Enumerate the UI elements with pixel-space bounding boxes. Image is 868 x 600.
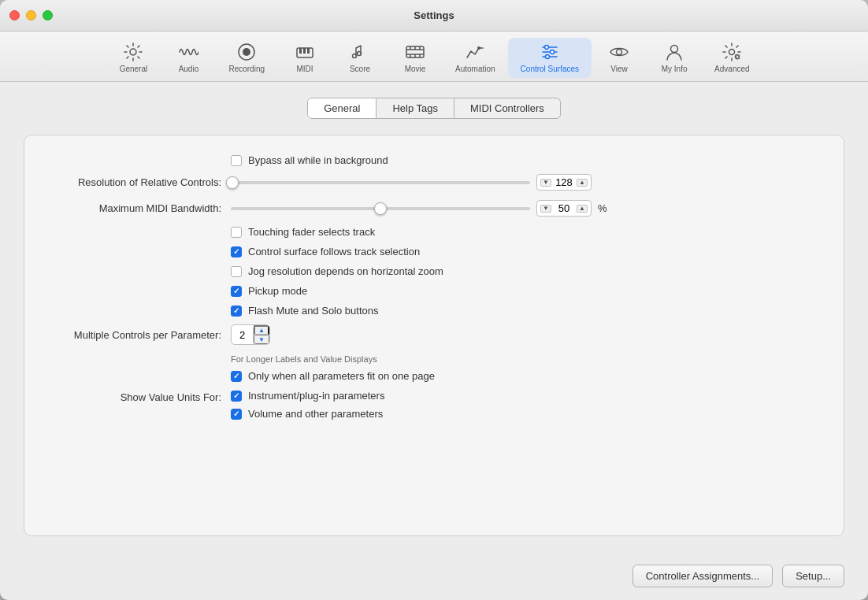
toolbar-label-audio: Audio: [179, 65, 199, 73]
toolbar-item-recording[interactable]: Recording: [216, 38, 277, 78]
score-icon: [349, 41, 371, 63]
only-when-fit-label: Only when all parameters fit on one page: [248, 370, 435, 382]
resolution-up-btn[interactable]: ▲: [577, 179, 588, 187]
sliders-icon: [539, 41, 561, 63]
resolution-control: ▼ 128 ▲: [231, 174, 592, 191]
volume-params-checkbox[interactable]: [231, 409, 242, 420]
bypass-all-label: Bypass all while in background: [248, 154, 388, 166]
controller-assignments-button[interactable]: Controller Assignments...: [632, 565, 773, 587]
resolution-value: 128: [553, 176, 575, 188]
tab-midi-controllers[interactable]: MIDI Controllers: [454, 98, 560, 118]
multiple-controls-control: 2 ▲ ▼: [231, 324, 270, 345]
multiple-controls-down-btn[interactable]: ▼: [254, 335, 269, 344]
close-button[interactable]: [9, 10, 20, 20]
jog-resolution-checkbox[interactable]: [231, 266, 242, 277]
bypass-all-row: Bypass all while in background: [231, 154, 820, 166]
follows-track-checkbox[interactable]: [231, 246, 242, 257]
show-value-units-label: Show Value Units For:: [48, 390, 221, 403]
setup-button[interactable]: Setup...: [782, 565, 844, 587]
toolbar: General Audio Recordi: [0, 31, 868, 82]
resolution-stepper: ▼: [540, 179, 551, 187]
toolbar-label-midi: MIDI: [296, 65, 313, 73]
flash-mute-checkbox[interactable]: [231, 306, 242, 317]
resolution-value-box: ▼ 128 ▲: [536, 174, 592, 191]
multiple-controls-arrows: ▲ ▼: [254, 325, 269, 344]
touching-fader-checkbox[interactable]: [231, 227, 242, 238]
movie-icon: [404, 41, 426, 63]
tab-help-tags[interactable]: Help Tags: [377, 98, 454, 118]
toolbar-label-movie: Movie: [405, 65, 426, 73]
maximize-button[interactable]: [43, 10, 53, 20]
volume-params-row: Volume and other parameters: [231, 408, 384, 420]
pickup-mode-row: Pickup mode: [231, 285, 820, 297]
svg-rect-5: [303, 48, 306, 54]
person-icon: [663, 41, 685, 63]
follows-track-label: Control surface follows track selection: [248, 246, 420, 257]
touching-fader-row: Touching fader selects track: [231, 226, 820, 238]
toolbar-item-audio[interactable]: Audio: [161, 38, 216, 78]
midi-bw-stepper-up: ▲: [577, 205, 588, 213]
instrument-params-checkbox[interactable]: [231, 391, 242, 402]
pickup-mode-checkbox[interactable]: [231, 286, 242, 297]
midi-bandwidth-row: Maximum MIDI Bandwidth: ▼ 50 ▲ %: [48, 200, 820, 217]
midi-icon: [294, 41, 316, 63]
midi-bandwidth-control: ▼ 50 ▲ %: [231, 200, 607, 217]
waveform-icon: [177, 41, 199, 63]
toolbar-label-control-surfaces: Control Surfaces: [521, 65, 579, 73]
toolbar-label-view: View: [610, 65, 628, 73]
svg-point-27: [729, 50, 735, 55]
tab-general[interactable]: General: [308, 98, 377, 118]
jog-resolution-label: Jog resolution depends on horizontal zoo…: [248, 265, 443, 277]
svg-point-23: [550, 50, 554, 54]
multiple-controls-up-btn[interactable]: ▲: [254, 325, 269, 335]
multiple-controls-value: 2: [232, 328, 254, 343]
toolbar-label-my-info: My Info: [662, 65, 688, 73]
resolution-label: Resolution of Relative Controls:: [48, 176, 221, 188]
toolbar-item-my-info[interactable]: My Info: [647, 38, 702, 78]
svg-point-18: [477, 46, 480, 50]
show-value-units-row: Show Value Units For: Instrument/plug-in…: [48, 390, 820, 420]
toolbar-item-midi[interactable]: MIDI: [277, 38, 332, 78]
pickup-mode-label: Pickup mode: [248, 285, 307, 297]
svg-point-8: [358, 52, 362, 56]
midi-bandwidth-thumb[interactable]: [374, 202, 387, 215]
midi-bandwidth-value-box: ▼ 50 ▲: [536, 200, 592, 217]
toolbar-item-score[interactable]: Score: [332, 38, 388, 78]
touching-fader-label: Touching fader selects track: [248, 226, 375, 238]
midi-bandwidth-label: Maximum MIDI Bandwidth:: [48, 202, 221, 214]
midi-bandwidth-slider[interactable]: [231, 207, 530, 210]
midi-bw-down-btn[interactable]: ▼: [540, 205, 551, 213]
midi-bw-up-btn[interactable]: ▲: [577, 205, 588, 213]
follows-track-row: Control surface follows track selection: [231, 246, 820, 257]
flash-mute-label: Flash Mute and Solo buttons: [248, 305, 379, 317]
only-when-fit-checkbox[interactable]: [231, 371, 242, 382]
toolbar-item-automation[interactable]: Automation: [443, 38, 508, 78]
toolbar-item-view[interactable]: View: [592, 38, 647, 78]
svg-point-7: [353, 54, 357, 58]
toolbar-item-movie[interactable]: Movie: [388, 38, 443, 78]
record-icon: [236, 41, 258, 63]
toolbar-item-control-surfaces[interactable]: Control Surfaces: [508, 38, 592, 78]
jog-resolution-row: Jog resolution depends on horizontal zoo…: [231, 265, 820, 277]
instrument-params-row: Instrument/plug-in parameters: [231, 390, 384, 402]
subtab-group: General Help Tags MIDI Controllers: [307, 98, 561, 119]
resolution-thumb[interactable]: [226, 176, 239, 189]
svg-point-26: [671, 46, 678, 53]
minimize-button[interactable]: [26, 10, 36, 20]
eye-icon: [608, 41, 630, 63]
toolbar-label-score: Score: [350, 65, 370, 73]
volume-params-label: Volume and other parameters: [248, 408, 383, 420]
toolbar-label-general: General: [120, 65, 148, 73]
multiple-controls-row: Multiple Controls per Parameter: 2 ▲ ▼: [48, 324, 820, 345]
only-when-fit-row: Only when all parameters fit on one page: [231, 370, 820, 382]
instrument-params-label: Instrument/plug-in parameters: [248, 390, 384, 402]
toolbar-item-advanced[interactable]: Advanced: [702, 38, 762, 78]
toolbar-item-general[interactable]: General: [106, 38, 161, 78]
resolution-slider[interactable]: [231, 181, 530, 184]
bypass-all-checkbox[interactable]: [231, 155, 242, 166]
resolution-down-btn[interactable]: ▼: [540, 179, 551, 187]
svg-point-25: [617, 50, 622, 55]
settings-panel: Bypass all while in background Resolutio…: [24, 135, 844, 536]
subtabs: General Help Tags MIDI Controllers: [24, 98, 844, 119]
flash-mute-row: Flash Mute and Solo buttons: [231, 305, 820, 317]
